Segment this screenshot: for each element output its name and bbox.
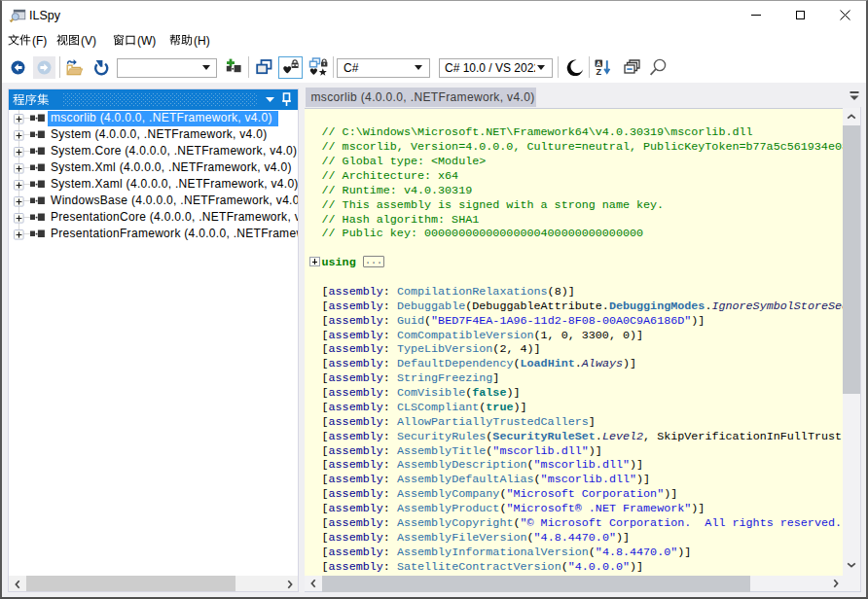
- svg-text:A: A: [597, 60, 601, 67]
- svg-text:Z: Z: [597, 67, 602, 76]
